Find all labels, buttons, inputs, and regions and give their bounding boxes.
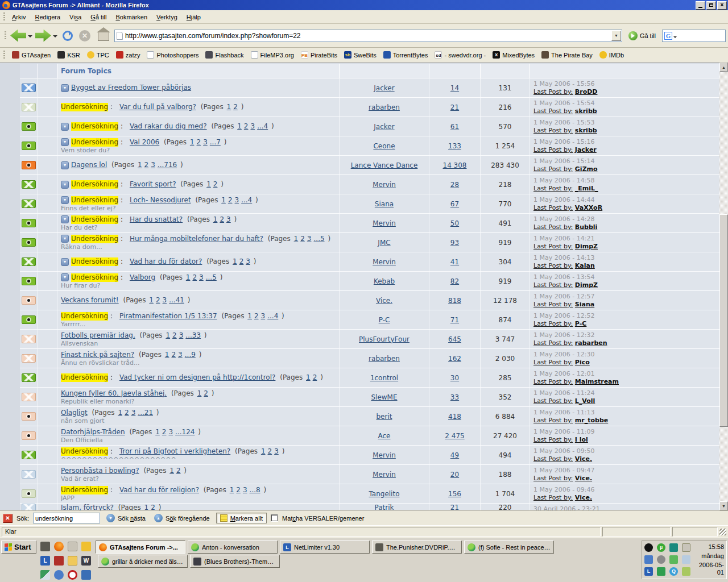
scrollbar-track[interactable] [719, 72, 728, 501]
page-link[interactable]: 2 [144, 161, 149, 169]
topic-link[interactable]: Piratmanifestation 1/5 13:37 [119, 312, 217, 321]
topic-starter-link[interactable]: Mervin [373, 451, 396, 459]
page-link[interactable]: 1 [247, 312, 252, 320]
topic-starter-link[interactable]: Patrik [375, 504, 394, 510]
topic-replies-link[interactable]: 41 [450, 258, 459, 266]
page-link[interactable]: 3 [307, 235, 312, 243]
bookmark-tpc[interactable]: TPC [84, 49, 113, 60]
page-link[interactable]: 1 [165, 351, 169, 359]
page-link[interactable]: 1 [221, 196, 226, 204]
taskbar-button-grillar-dricker-med-lskli[interactable]: grillar å dricker med älskli... [98, 555, 188, 568]
topic-replies-link[interactable]: 133 [448, 142, 461, 150]
bookmark-imdb[interactable]: IMDb [596, 49, 627, 60]
green-tray-icon[interactable] [669, 555, 678, 564]
topic-replies-link[interactable]: 645 [448, 335, 461, 343]
toolbar-gripper[interactable] [3, 13, 5, 22]
image-icon[interactable] [40, 570, 50, 580]
topic-replies-link[interactable]: 33 [450, 393, 459, 401]
firefox-icon[interactable] [54, 542, 64, 551]
stop-icon[interactable]: ✕ [79, 30, 90, 41]
topic-link[interactable]: Fotbolls premiär idag. [61, 331, 135, 340]
page-link[interactable]: 1 [149, 296, 154, 304]
page-link[interactable]: 1 [206, 180, 211, 188]
topic-link[interactable]: Valborg [130, 273, 155, 282]
page-link[interactable]: ...21 [138, 409, 153, 417]
topic-replies-link[interactable]: 21 [450, 103, 459, 111]
page-link[interactable]: 3 [261, 312, 266, 320]
topic-starter-link[interactable]: SlewME [371, 393, 397, 401]
topic-starter-link[interactable]: Siana [375, 200, 394, 208]
bookmark-ksr[interactable]: KSR [54, 49, 84, 60]
page-link[interactable]: 2 [220, 215, 224, 223]
topic-starter-link[interactable]: Jacker [374, 84, 394, 92]
menu-item-bokm-rken[interactable]: Bokmärken [111, 11, 152, 23]
page-link[interactable]: 1 [261, 447, 266, 455]
topic-replies-link[interactable]: 156 [448, 490, 461, 498]
search-box[interactable]: G [662, 30, 726, 42]
last-post-user-link[interactable]: DimpZ [575, 281, 598, 289]
gray-tray-icon[interactable] [657, 555, 665, 564]
last-post-user-link[interactable]: Kalan [575, 262, 595, 269]
bookmark-torrentbytes[interactable]: TorrentBytes [380, 49, 432, 60]
topic-starter-link[interactable]: Lance Vance Dance [351, 161, 418, 169]
back-history-dropdown[interactable] [28, 35, 32, 40]
page-link[interactable]: 2 [204, 389, 208, 397]
topic-link[interactable]: Vad har du för dator? [130, 257, 202, 266]
topic-starter-link[interactable]: Jacker [374, 123, 394, 131]
last-post-user-link[interactable]: Pico [575, 359, 590, 366]
taskbar-button-the-punisher-dvdrip-xvi[interactable]: The.Punisher.DVDRiP.XVi... [372, 541, 462, 554]
back-button[interactable] [10, 30, 26, 42]
toolbar-gripper[interactable] [5, 31, 6, 40]
topic-link[interactable]: Tror ni på Bigfoot i verkligheten? [119, 447, 230, 456]
last-post-user-link[interactable]: skribb [575, 107, 597, 115]
page-link[interactable]: ...5 [206, 273, 217, 281]
quicktime-tray-icon[interactable]: Q [669, 567, 678, 576]
last-post-user-link[interactable]: L_Voll [575, 397, 595, 405]
page-link[interactable]: 2 [156, 296, 160, 304]
bookmark-zatzy[interactable]: zatzy [113, 49, 144, 60]
topic-starter-link[interactable]: Ace [378, 432, 391, 440]
page-link[interactable]: ...7 [210, 138, 221, 146]
find-next-button[interactable]: ▼Sök nästa [104, 513, 148, 523]
minimize-button[interactable] [696, 1, 705, 10]
topic-link[interactable]: Var du full på valborg? [119, 103, 196, 111]
topic-replies-link[interactable]: 30 [450, 374, 459, 382]
page-link[interactable]: 2 [192, 273, 197, 281]
jump-to-last-post-icon[interactable]: ▾ [61, 161, 69, 169]
last-post-user-link[interactable]: GiZmo [575, 165, 598, 173]
topic-link[interactable]: Personbästa i bowling? [61, 467, 139, 475]
topic-link[interactable]: Finast nick på sajten? [61, 351, 134, 359]
topic-link[interactable]: Loch- Nessodjuret [130, 196, 191, 205]
ring-icon[interactable] [68, 570, 77, 580]
page-link[interactable]: ...4 [257, 122, 268, 130]
menu-item-visa[interactable]: Visa [65, 11, 86, 23]
last-post-user-link[interactable]: Vice. [575, 455, 592, 463]
topic-link[interactable]: Veckans forumit! [61, 296, 119, 305]
search-engine-dropdown[interactable] [673, 36, 677, 40]
page-link[interactable]: 1 [155, 428, 160, 436]
red-icon[interactable] [54, 556, 64, 566]
folder-icon[interactable] [68, 556, 77, 566]
find-close-icon[interactable]: ✕ [3, 514, 13, 523]
topic-replies-link[interactable]: 162 [448, 355, 461, 363]
taskbar-button-netlimiter-v1-30[interactable]: LNetLimiter v1.30 [280, 541, 370, 554]
topic-starter-link[interactable]: P-C [379, 316, 390, 324]
page-link[interactable]: 3 [235, 196, 239, 204]
jump-to-last-post-icon[interactable]: ▾ [61, 273, 69, 281]
last-post-user-link[interactable]: rabarben [575, 339, 607, 347]
sched-tray-icon[interactable] [682, 543, 690, 552]
match-case-checkbox[interactable] [271, 514, 278, 522]
last-post-user-link[interactable]: BroDD [575, 88, 598, 95]
topic-replies-link[interactable]: 14 [450, 84, 459, 92]
topic-starter-link[interactable]: Ceone [373, 142, 395, 150]
last-post-user-link[interactable]: I lol [575, 436, 588, 443]
page-link[interactable]: 1 [233, 257, 237, 265]
jump-to-last-post-icon[interactable]: ▾ [61, 84, 69, 92]
close-button[interactable]: × [717, 1, 727, 10]
topic-starter-link[interactable]: 1control [370, 374, 398, 382]
scrollbar-thumb[interactable] [719, 214, 728, 427]
bookmark-flashback[interactable]: Flashback [202, 49, 247, 60]
last-post-user-link[interactable]: Vice. [575, 475, 592, 482]
page-link[interactable]: 1 [227, 103, 231, 111]
topic-starter-link[interactable]: Kebab [374, 277, 395, 285]
